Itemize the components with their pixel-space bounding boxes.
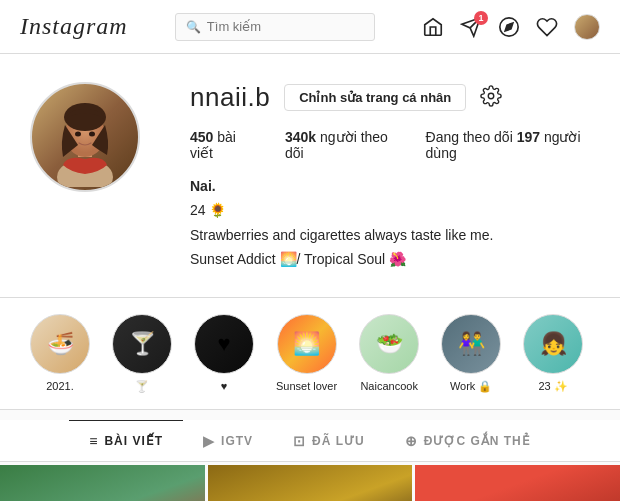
posts-grid [0, 465, 620, 501]
profile-avatar-wrap [30, 82, 140, 192]
tab-icon-tagged: ⊕ [405, 433, 418, 449]
story-item-6[interactable]: 👫Work 🔒 [441, 314, 501, 393]
story-item-7[interactable]: 👧23 ✨ [523, 314, 583, 393]
tab-icon-posts: ≡ [89, 433, 98, 449]
story-circle-2: 🍸 [112, 314, 172, 374]
story-item-5[interactable]: 🥗Naicancook [359, 314, 419, 393]
profile-tabs: ≡BÀI VIẾT▶IGTV⊡ĐÃ LƯU⊕ĐƯỢC GẮN THẺ [0, 420, 620, 462]
post-thumb-1[interactable] [0, 465, 205, 501]
posts-stat: 450 bài viết [190, 129, 253, 161]
tab-label-posts: BÀI VIẾT [104, 434, 163, 448]
post-thumb-2[interactable] [208, 465, 413, 501]
header: Instagram 🔍 1 [0, 0, 620, 54]
tab-igtv[interactable]: ▶IGTV [183, 420, 273, 461]
tab-label-igtv: IGTV [221, 434, 253, 448]
post-image-3 [415, 465, 620, 501]
story-label-2: 🍸 [135, 380, 149, 393]
search-bar[interactable]: 🔍 [175, 13, 375, 41]
settings-button[interactable] [480, 85, 502, 111]
svg-point-7 [89, 132, 95, 137]
story-circle-6: 👫 [441, 314, 501, 374]
stories-section: 🍜2021.🍸🍸♥♥🌅Sunset lover🥗Naicancook👫Work … [0, 298, 620, 410]
post-thumb-3[interactable] [415, 465, 620, 501]
profile-section: nnaii.b Chỉnh sửa trang cá nhân 450 bài … [0, 54, 620, 298]
post-image-2 [208, 465, 413, 501]
profile-username: nnaii.b [190, 82, 270, 113]
tab-icon-saved: ⊡ [293, 433, 306, 449]
story-circle-4: 🌅 [277, 314, 337, 374]
tab-tagged[interactable]: ⊕ĐƯỢC GẮN THẺ [385, 420, 551, 461]
story-label-1: 2021. [46, 380, 74, 392]
header-icons: 1 [422, 14, 600, 40]
story-item-1[interactable]: 🍜2021. [30, 314, 90, 393]
tab-icon-igtv: ▶ [203, 433, 215, 449]
story-label-7: 23 ✨ [539, 380, 568, 393]
profile-avatar-header[interactable] [574, 14, 600, 40]
post-image-1 [0, 465, 205, 501]
story-circle-1: 🍜 [30, 314, 90, 374]
tab-label-saved: ĐÃ LƯU [312, 434, 365, 448]
svg-marker-1 [505, 23, 513, 31]
svg-point-6 [75, 132, 81, 137]
followers-stat: 340k người theo dõi [285, 129, 394, 161]
story-item-2[interactable]: 🍸🍸 [112, 314, 172, 393]
profile-avatar [30, 82, 140, 192]
home-button[interactable] [422, 16, 444, 38]
story-item-3[interactable]: ♥♥ [194, 314, 254, 393]
svg-point-5 [64, 103, 106, 131]
edit-profile-button[interactable]: Chỉnh sửa trang cá nhân [284, 84, 466, 111]
story-item-4[interactable]: 🌅Sunset lover [276, 314, 337, 393]
story-circle-3: ♥ [194, 314, 254, 374]
heart-button[interactable] [536, 16, 558, 38]
tab-saved[interactable]: ⊡ĐÃ LƯU [273, 420, 385, 461]
profile-stats: 450 bài viết 340k người theo dõi Đang th… [190, 129, 590, 161]
following-stat: Đang theo dõi 197 người dùng [426, 129, 590, 161]
search-input[interactable] [207, 19, 364, 34]
story-circle-7: 👧 [523, 314, 583, 374]
profile-bio: Nai. 24 🌻 Strawberries and cigarettes al… [190, 175, 590, 271]
profile-info: nnaii.b Chỉnh sửa trang cá nhân 450 bài … [190, 82, 590, 273]
svg-point-8 [489, 93, 495, 99]
story-label-3: ♥ [221, 380, 228, 392]
story-label-4: Sunset lover [276, 380, 337, 392]
search-icon: 🔍 [186, 20, 201, 34]
tab-label-tagged: ĐƯỢC GẮN THẺ [424, 434, 531, 448]
user-avatar-small [574, 14, 600, 40]
story-label-5: Naicancook [360, 380, 417, 392]
instagram-logo: Instagram [20, 13, 128, 40]
story-label-6: Work 🔒 [450, 380, 493, 393]
notification-badge: 1 [474, 11, 488, 25]
direct-messages-button[interactable]: 1 [460, 16, 482, 38]
tab-posts[interactable]: ≡BÀI VIẾT [69, 420, 183, 461]
explore-button[interactable] [498, 16, 520, 38]
story-circle-5: 🥗 [359, 314, 419, 374]
profile-top-row: nnaii.b Chỉnh sửa trang cá nhân [190, 82, 590, 113]
